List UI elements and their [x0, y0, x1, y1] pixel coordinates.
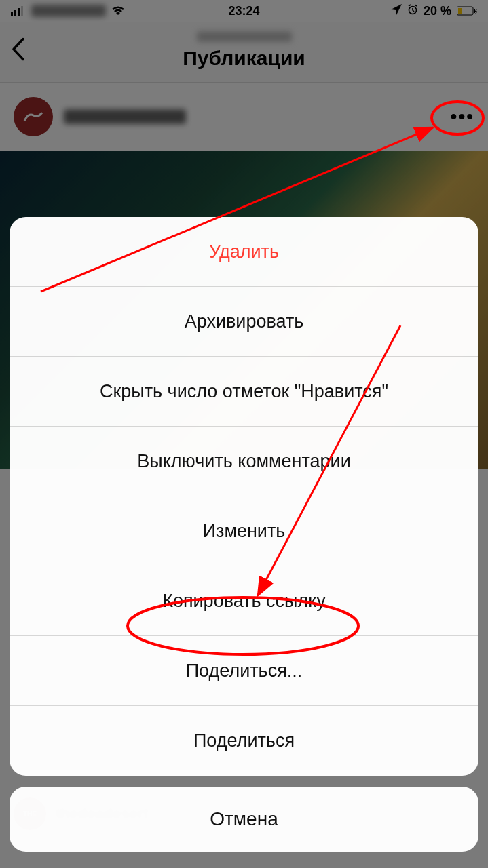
sheet-share[interactable]: Поделиться — [10, 706, 478, 776]
sheet-archive[interactable]: Архивировать — [10, 287, 478, 357]
action-sheet: Удалить Архивировать Скрыть число отмето… — [10, 217, 478, 852]
sheet-share-external[interactable]: Поделиться... — [10, 636, 478, 706]
sheet-copy-link[interactable]: Копировать ссылку — [10, 566, 478, 636]
sheet-options-group: Удалить Архивировать Скрыть число отмето… — [10, 217, 478, 776]
sheet-cancel[interactable]: Отмена — [10, 787, 478, 852]
sheet-hide-likes[interactable]: Скрыть число отметок "Нравится" — [10, 357, 478, 427]
sheet-edit[interactable]: Изменить — [10, 496, 478, 566]
sheet-delete[interactable]: Удалить — [10, 217, 478, 287]
sheet-disable-comments[interactable]: Выключить комментарии — [10, 427, 478, 496]
